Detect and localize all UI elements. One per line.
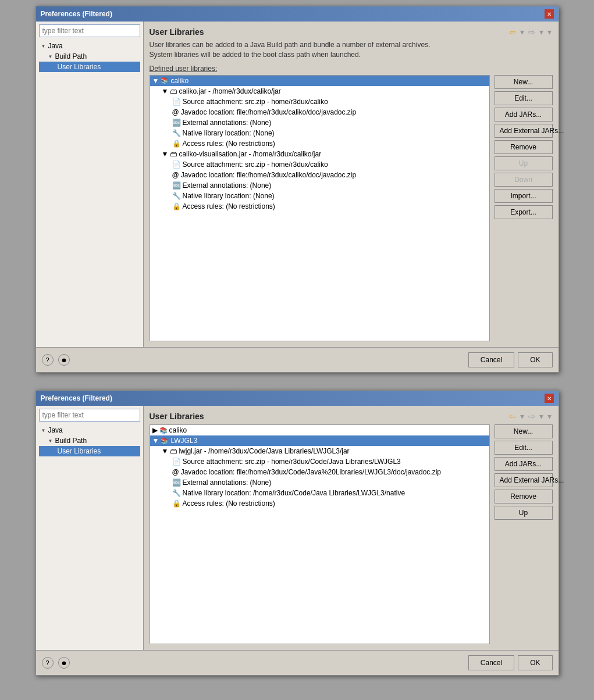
lib2-lwjgl-ext-anno[interactable]: 🔤 External annotations: (None) (150, 477, 489, 488)
add-jars-button2[interactable]: Add JARs... (495, 457, 553, 471)
import-button1[interactable]: Import... (495, 189, 553, 203)
add-ext-jars-button2[interactable]: Add External JARs... (495, 473, 553, 487)
arrow-back-dropdown[interactable]: ▾ (519, 27, 525, 37)
lib-caliko-vis-native[interactable]: 🔧 Native library location: (None) (150, 191, 489, 201)
caliko-access-icon: 🔒 (172, 140, 181, 148)
filter-input-container (39, 24, 140, 37)
lwjgl-src-icon: 📄 (172, 458, 181, 466)
lib-caliko-vis-jar[interactable]: ▼ 🗃 caliko-visualisation.jar - /home/r3d… (150, 149, 489, 159)
lib2-lwjgl-javadoc[interactable]: @ Javadoc location: file:/home/r3dux/Cod… (150, 467, 489, 477)
arrow-back-button[interactable]: ⇦ (508, 27, 517, 37)
lwjgl-access-icon: 🔒 (172, 499, 181, 508)
lwjgl-anno-icon: 🔤 (172, 478, 181, 487)
tree-item-java[interactable]: ▼ Java (39, 41, 140, 51)
java-arrow: ▼ (41, 44, 46, 49)
dialog2-titlebar: Preferences (Filtered) ✕ (36, 391, 559, 406)
lwjgl-label: LWJGL3 (170, 437, 197, 445)
lwjgl-jar-label: lwjgl.jar - /home/r3dux/Code/Java Librar… (179, 447, 349, 455)
build-path2-label: Build Path (55, 437, 87, 445)
add-jars-button1[interactable]: Add JARs... (495, 108, 553, 122)
caliko-arrow-icon: ▼ (152, 77, 159, 85)
filter-input[interactable] (39, 24, 140, 37)
lwjgl-access-label: Access rules: (No restrictions) (183, 499, 275, 508)
dialog1-body: ▼ Java ▼ Build Path User Libraries User … (36, 22, 559, 347)
cancel-button2[interactable]: Cancel (468, 655, 514, 670)
dialog1-close-button[interactable]: ✕ (545, 9, 554, 19)
caliko-doc-icon: @ (172, 108, 179, 116)
java2-arrow: ▼ (41, 428, 46, 433)
lib2-lwjgl-src[interactable]: 📄 Source attachment: src.zip - home/r3du… (150, 456, 489, 467)
dialog2-bottom-left: ? ⏺ (42, 657, 70, 669)
lwjgl-javadoc-label: Javadoc location: file:/home/r3dux/Code/… (181, 468, 441, 476)
panel1-header: User Libraries ⇦ ▾ ⇨ ▾ ▾ (150, 27, 553, 37)
dialog1-title: Preferences (Filtered) (41, 10, 112, 18)
arrow-forward-dropdown[interactable]: ▾ (538, 27, 545, 37)
dialog1-bottom-bar: ? ⏺ Cancel OK (36, 347, 559, 372)
lib2-lwjgl[interactable]: ▼ 📚 LWJGL3 (150, 435, 489, 446)
ok-button2[interactable]: OK (518, 655, 552, 670)
tree-item-user-libraries[interactable]: User Libraries (39, 62, 140, 72)
lib-caliko-jar[interactable]: ▼ 🗃 caliko.jar - /home/r3dux/caliko/jar (150, 86, 489, 97)
lwjgl-doc-icon: @ (172, 468, 179, 476)
arrow-menu-button[interactable]: ▾ (546, 27, 553, 37)
help-button2[interactable]: ? (42, 657, 54, 669)
lib2-caliko[interactable]: ▶ 📚 caliko (150, 425, 489, 435)
libraries-container1: ▼ 📚 caliko ▼ 🗃 caliko.jar - /home/r3dux/… (150, 75, 553, 341)
dialog2-bottom-right: Cancel OK (468, 655, 553, 670)
help-button1[interactable]: ? (42, 354, 54, 366)
caliko-lib-icon: 📚 (161, 77, 169, 84)
lib-caliko-javadoc[interactable]: @ Javadoc location: file:/home/r3dux/cal… (150, 107, 489, 117)
record-button1[interactable]: ⏺ (58, 354, 70, 366)
lib2-lwjgl-access[interactable]: 🔒 Access rules: (No restrictions) (150, 498, 489, 509)
add-ext-jars-button1[interactable]: Add External JARs... (495, 124, 553, 138)
lib-caliko[interactable]: ▼ 📚 caliko (150, 76, 489, 86)
dialog1-bottom-right: Cancel OK (468, 352, 553, 367)
edit-button2[interactable]: Edit... (495, 441, 553, 455)
filter2-input[interactable] (39, 409, 140, 422)
new-button2[interactable]: New... (495, 424, 553, 438)
ok-button1[interactable]: OK (518, 352, 552, 367)
lib-caliko-vis-javadoc[interactable]: @ Javadoc location: file:/home/r3dux/cal… (150, 170, 489, 180)
buttons-panel2: New... Edit... Add JARs... Add External … (495, 424, 553, 644)
dialog1-right-panel: User Libraries ⇦ ▾ ⇨ ▾ ▾ User libraries … (144, 22, 559, 347)
remove-button2[interactable]: Remove (495, 490, 553, 503)
down-button1[interactable]: Down (495, 173, 553, 187)
lib-caliko-access[interactable]: 🔒 Access rules: (No restrictions) (150, 138, 489, 149)
lib-caliko-ext-anno[interactable]: 🔤 External annotations: (None) (150, 117, 489, 128)
dialog2-bottom-bar: ? ⏺ Cancel OK (36, 650, 559, 675)
up-button1[interactable]: Up (495, 156, 553, 170)
arrow2-back-button[interactable]: ⇦ (508, 412, 517, 421)
panel2-arrows: ⇦ ▾ ⇨ ▾ ▾ (508, 412, 553, 421)
dialog2-body: ▼ Java ▼ Build Path User Libraries User … (36, 406, 559, 650)
tree2-item-java[interactable]: ▼ Java (39, 425, 140, 435)
lib-caliko-vis-access[interactable]: 🔒 Access rules: (No restrictions) (150, 201, 489, 212)
caliko-ext-anno-label: External annotations: (None) (183, 119, 272, 127)
tree2-item-user-libraries[interactable]: User Libraries (39, 446, 140, 456)
libraries-tree1[interactable]: ▼ 📚 caliko ▼ 🗃 caliko.jar - /home/r3dux/… (150, 75, 490, 341)
arrow-forward-button[interactable]: ⇨ (527, 27, 536, 37)
dialog2-left-panel: ▼ Java ▼ Build Path User Libraries (36, 406, 144, 650)
lib-caliko-native[interactable]: 🔧 Native library location: (None) (150, 128, 489, 138)
lib-caliko-vis-src[interactable]: 📄 Source attachment: src.zip - home/r3du… (150, 159, 489, 170)
edit-button1[interactable]: Edit... (495, 91, 553, 105)
remove-button1[interactable]: Remove (495, 140, 553, 154)
new-button1[interactable]: New... (495, 75, 553, 89)
caliko-vis-doc-icon: @ (172, 171, 179, 179)
record-button2[interactable]: ⏺ (58, 657, 70, 669)
up-button2[interactable]: Up (495, 506, 553, 520)
dialog2-close-button[interactable]: ✕ (545, 394, 554, 403)
lib-caliko-vis-ext-anno[interactable]: 🔤 External annotations: (None) (150, 180, 489, 191)
cancel-button1[interactable]: Cancel (468, 352, 514, 367)
tree2-item-build-path[interactable]: ▼ Build Path (39, 435, 140, 446)
arrow2-forward-button[interactable]: ⇨ (527, 412, 536, 421)
arrow2-back-dropdown[interactable]: ▾ (519, 412, 525, 421)
export-button1[interactable]: Export... (495, 205, 553, 219)
lib-caliko-src[interactable]: 📄 Source attachment: src.zip - home/r3du… (150, 97, 489, 107)
arrow2-menu-button[interactable]: ▾ (546, 412, 553, 421)
lib2-lwjgl-jar[interactable]: ▼ 🗃 lwjgl.jar - /home/r3dux/Code/Java Li… (150, 446, 489, 456)
build-path-label: Build Path (55, 52, 87, 60)
libraries-tree2[interactable]: ▶ 📚 caliko ▼ 📚 LWJGL3 ▼ 🗃 lwjgl.jar (150, 424, 490, 644)
tree-item-build-path[interactable]: ▼ Build Path (39, 51, 140, 62)
arrow2-forward-dropdown[interactable]: ▾ (538, 412, 545, 421)
lib2-lwjgl-native[interactable]: 🔧 Native library location: /home/r3dux/C… (150, 488, 489, 498)
